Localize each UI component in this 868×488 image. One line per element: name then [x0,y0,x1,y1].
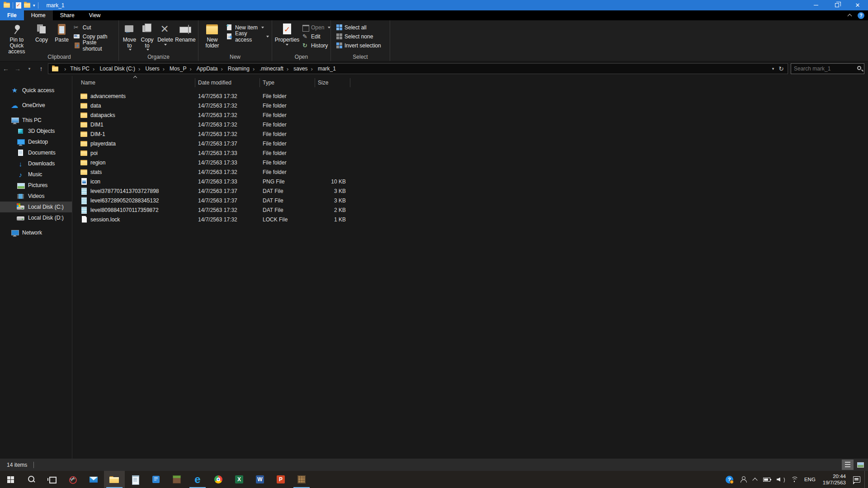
network-tray-button[interactable] [788,471,801,488]
customize-qat-chevron[interactable]: ▾ [33,3,35,8]
file-row[interactable]: icon 14/7/2563 17:33 PNG File 10 KB [72,177,868,186]
open-button[interactable]: Open [302,23,330,31]
sidebar-item-quick-access[interactable]: Quick access [0,85,72,96]
new-folder-qat-icon[interactable] [24,3,30,8]
select-none-button[interactable]: Select none [336,33,381,40]
paste-shortcut-button[interactable]: Paste shortcut [74,42,116,49]
back-button[interactable]: ← [0,65,12,72]
sidebar-item-this-pc[interactable]: This PC [0,115,72,126]
get-help-tray-button[interactable]: ? [722,471,736,488]
sidebar-item-desktop[interactable]: Desktop [0,136,72,147]
sidebar-item-pictures[interactable]: Pictures [0,180,72,191]
sidebar-item-network[interactable]: Network [0,227,72,238]
action-center-button[interactable] [850,471,863,488]
new-folder-button[interactable]: New folder [200,22,224,50]
minimize-button[interactable] [806,0,826,10]
tab-share[interactable]: Share [53,10,82,20]
paste-button[interactable]: Paste [52,22,72,44]
minecraft-button[interactable] [166,471,187,488]
search-input[interactable] [791,66,850,72]
language-indicator[interactable]: ENG [801,471,819,488]
powerpoint-button[interactable] [270,471,291,488]
mail-button[interactable] [83,471,104,488]
hidden-icons-button[interactable] [750,471,760,488]
column-header-type[interactable]: Type [260,78,315,87]
snipping-tool-button[interactable] [62,471,83,488]
up-button[interactable]: ↑ [35,65,47,72]
search-box[interactable] [791,63,864,74]
file-row[interactable]: level3787701413703727898 14/7/2563 17:37… [72,186,868,196]
sidebar-item-videos[interactable]: Videos [0,191,72,202]
notepad-button[interactable] [125,471,146,488]
file-row[interactable]: DIM-1 14/7/2563 17:32 File folder [72,129,868,139]
close-button[interactable]: ✕ [847,0,868,10]
recent-locations-chevron[interactable]: ▾ [24,66,35,71]
edit-button[interactable]: Edit [302,33,330,40]
file-row[interactable]: level6372890520288345132 14/7/2563 17:37… [72,196,868,205]
file-row[interactable]: stats 14/7/2563 17:32 File folder [72,167,868,177]
tab-view[interactable]: View [82,10,108,20]
clock[interactable]: 20:44 19/7/2563 [819,473,850,486]
cut-button[interactable]: Cut [74,23,116,31]
file-row[interactable]: region 14/7/2563 17:33 File folder [72,158,868,167]
refresh-icon[interactable]: ↻ [778,65,784,72]
rename-button[interactable]: Rename [175,22,196,44]
taskbar-search-button[interactable] [21,471,42,488]
file-explorer-button[interactable] [104,471,125,488]
breadcrumb-item[interactable]: .minecraft [259,66,292,72]
edge-button[interactable] [187,471,208,488]
task-view-button[interactable] [42,471,62,488]
excel-button[interactable] [229,471,250,488]
chrome-button[interactable] [208,471,229,488]
details-view-button[interactable] [842,460,854,470]
file-row[interactable]: advancements 14/7/2563 17:32 File folder [72,91,868,101]
breadcrumb-item[interactable]: Users [144,66,169,72]
people-tray-button[interactable] [736,471,750,488]
file-row[interactable]: datapacks 14/7/2563 17:32 File folder [72,110,868,120]
thumbnails-view-button[interactable] [854,460,866,470]
history-button[interactable]: History [302,42,330,49]
address-dropdown-chevron[interactable]: ▾ [772,66,774,71]
pin-to-quick-access-button[interactable]: Pin to Quick access [2,22,32,56]
column-header-size[interactable]: Size [315,78,350,87]
breadcrumb-item[interactable]: mark_1 [317,66,337,72]
file-row[interactable]: data 14/7/2563 17:32 File folder [72,101,868,110]
minecraft-launcher-button[interactable] [291,471,312,488]
breadcrumb-item[interactable]: Local Disk (C:) [99,66,144,72]
volume-tray-button[interactable] [774,471,788,488]
file-row[interactable]: session.lock 14/7/2563 17:32 LOCK File 1… [72,215,868,224]
breadcrumb-item[interactable]: Roaming [227,66,259,72]
file-row[interactable]: DIM1 14/7/2563 17:32 File folder [72,120,868,129]
forward-button[interactable]: → [12,65,24,72]
restore-button[interactable] [826,0,847,10]
sidebar-item-music[interactable]: Music [0,169,72,180]
battery-tray-button[interactable] [760,471,774,488]
sidebar-item-local-disk-c[interactable]: Local Disk (C:) [0,202,72,212]
copy-button[interactable]: Copy [32,22,52,44]
blue-app-button[interactable] [146,471,166,488]
properties-qat-icon[interactable] [16,2,21,9]
easy-access-button[interactable]: Easy access [226,33,269,40]
tab-home[interactable]: Home [24,10,53,20]
properties-button[interactable]: Properties [274,22,300,47]
breadcrumb-item[interactable]: saves [292,66,317,72]
breadcrumb-item[interactable]: Mos_P [169,66,196,72]
invert-selection-button[interactable]: Invert selection [336,42,381,49]
address-bar[interactable]: This PCLocal Disk (C:)UsersMos_PAppDataR… [48,63,788,74]
column-header-name[interactable]: Name [72,78,195,87]
select-all-button[interactable]: Select all [336,23,381,31]
start-button[interactable] [0,471,21,488]
sidebar-item-local-disk-d[interactable]: Local Disk (D:) [0,212,72,223]
help-icon[interactable]: ? [858,12,864,19]
move-to-button[interactable]: Move to [121,22,138,52]
file-row[interactable]: level8098841070117359872 14/7/2563 17:32… [72,205,868,215]
sidebar-item-downloads[interactable]: Downloads [0,158,72,169]
search-icon[interactable] [857,66,861,70]
tab-file[interactable]: File [0,10,24,20]
sidebar-item-3d-objects[interactable]: 3D Objects [0,126,72,136]
sidebar-item-documents[interactable]: Documents [0,147,72,158]
word-button[interactable] [250,471,270,488]
file-row[interactable]: playerdata 14/7/2563 17:37 File folder [72,139,868,148]
copy-to-button[interactable]: Copy to [138,22,156,52]
breadcrumb-item[interactable]: This PC [69,66,99,72]
